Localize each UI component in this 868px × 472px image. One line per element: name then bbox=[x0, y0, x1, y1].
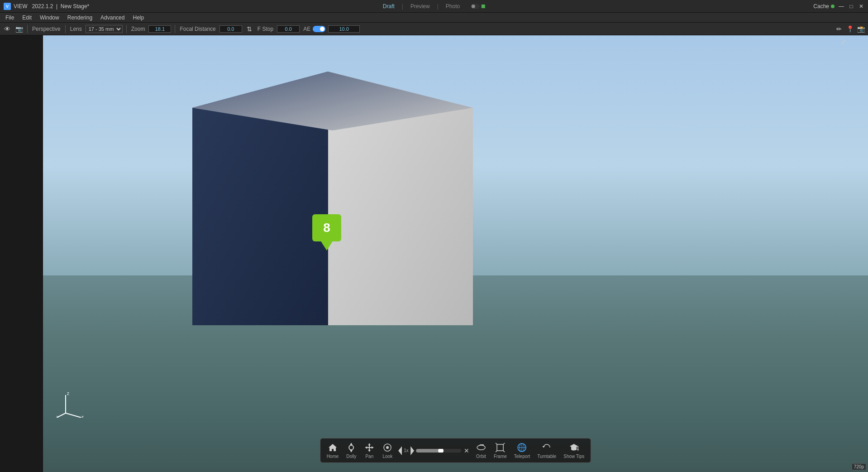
svg-point-22 bbox=[477, 445, 485, 450]
viewport[interactable]: 8 z x y H bbox=[43, 35, 868, 472]
svg-marker-21 bbox=[410, 446, 414, 455]
mode-preview[interactable]: Preview bbox=[410, 3, 430, 10]
nav-pan[interactable]: Pan bbox=[362, 441, 377, 460]
viewport-toolbar: 👁 📷 Perspective Lens 17 - 35 mm 24 mm 50… bbox=[0, 23, 868, 35]
app-stage: New Stage* bbox=[61, 3, 89, 10]
nav-orbit[interactable]: Orbit bbox=[474, 441, 488, 460]
camera-icon[interactable]: 📷 bbox=[14, 24, 24, 34]
3d-cube bbox=[192, 72, 473, 325]
fstop-input[interactable]: 0.0 bbox=[277, 25, 300, 33]
app-name: VIEW bbox=[14, 3, 28, 10]
left-panel bbox=[0, 35, 43, 472]
separator1 bbox=[27, 25, 28, 33]
menu-bar: File Edit Window Rendering Advanced Help bbox=[0, 13, 868, 23]
look-icon bbox=[382, 442, 393, 453]
turntable-label: Turntable bbox=[537, 454, 556, 459]
progress-bar[interactable] bbox=[416, 449, 461, 453]
mode-draft[interactable]: Draft bbox=[383, 3, 395, 10]
svg-line-27 bbox=[496, 451, 497, 452]
fstop-label: F Stop bbox=[257, 26, 274, 32]
nav-frame[interactable]: Frame bbox=[492, 441, 509, 460]
nav-dolly[interactable]: Dolly bbox=[344, 441, 358, 460]
svg-text:y: y bbox=[57, 414, 59, 418]
play-back-icon bbox=[398, 446, 402, 455]
title-center: Draft | Preview | Photo bbox=[383, 3, 485, 10]
close-icon[interactable]: ✕ bbox=[463, 446, 470, 455]
ae-switch[interactable] bbox=[313, 26, 325, 32]
orbit-label: Orbit bbox=[476, 454, 486, 459]
progress-dot bbox=[438, 449, 444, 453]
app-icon: V bbox=[4, 3, 11, 10]
lens-label: Lens bbox=[69, 26, 83, 32]
svg-rect-24 bbox=[497, 444, 503, 451]
svg-marker-33 bbox=[542, 446, 545, 448]
zoom-label: Zoom bbox=[130, 26, 146, 32]
teleport-icon bbox=[517, 442, 528, 453]
lens-select[interactable]: 17 - 35 mm 24 mm 50 mm bbox=[86, 25, 123, 33]
menu-help[interactable]: Help bbox=[129, 14, 148, 22]
close-button[interactable]: ✕ bbox=[858, 3, 864, 10]
menu-file[interactable]: File bbox=[2, 14, 18, 22]
viewport-header-right: ⤢ bbox=[836, 35, 851, 48]
mode-photo[interactable]: Photo bbox=[446, 3, 460, 10]
pan-label: Pan bbox=[365, 454, 373, 459]
zoom-input[interactable]: 18.1 bbox=[148, 25, 171, 33]
ae-value-input[interactable]: 10.0 bbox=[328, 25, 360, 33]
main-area: 8 z x y H bbox=[0, 35, 868, 472]
nav-home[interactable]: Home bbox=[325, 441, 341, 460]
pencil-icon[interactable]: ✏ bbox=[835, 24, 844, 34]
resolution-text: 720p bbox=[854, 464, 864, 469]
maximize-button[interactable]: □ bbox=[848, 3, 854, 10]
ae-label: AE bbox=[302, 26, 311, 32]
frame-label: Frame bbox=[494, 454, 507, 459]
svg-marker-10 bbox=[350, 443, 353, 445]
look-label: Look bbox=[382, 454, 392, 459]
separator2 bbox=[65, 25, 66, 33]
nav-look[interactable]: Look bbox=[380, 441, 395, 460]
menu-edit[interactable]: Edit bbox=[19, 14, 35, 22]
title-bar: V VIEW 2022.1.2 | New Stage* Draft | Pre… bbox=[0, 0, 868, 13]
nav-show-tips[interactable]: Show Tips bbox=[562, 441, 586, 460]
nav-bar: Home Dolly bbox=[320, 438, 591, 463]
svg-point-7 bbox=[349, 445, 353, 450]
svg-marker-20 bbox=[398, 446, 402, 455]
dolly-icon bbox=[346, 442, 357, 453]
svg-text:z: z bbox=[67, 391, 69, 396]
tooltip-number: 8 bbox=[323, 221, 330, 235]
camera2-icon[interactable]: 📸 bbox=[856, 24, 865, 34]
progress-area[interactable]: 1x ✕ bbox=[398, 446, 470, 455]
svg-marker-14 bbox=[368, 443, 371, 445]
expand-icon[interactable]: ⤢ bbox=[838, 36, 849, 47]
show-tips-icon bbox=[568, 442, 579, 453]
svg-line-28 bbox=[503, 451, 505, 452]
resolution-badge: 720p bbox=[852, 463, 866, 470]
orbit-icon bbox=[476, 442, 486, 453]
speed-label: 1x bbox=[404, 448, 409, 453]
frame-icon bbox=[495, 442, 506, 453]
teleport-label: Teleport bbox=[514, 454, 530, 459]
svg-point-19 bbox=[386, 446, 389, 449]
title-right: Cache — □ ✕ bbox=[813, 3, 864, 10]
home-icon bbox=[327, 442, 338, 453]
mode-separator1: | bbox=[402, 3, 403, 10]
minimize-button[interactable]: — bbox=[838, 3, 844, 10]
menu-rendering[interactable]: Rendering bbox=[64, 14, 96, 22]
svg-marker-6 bbox=[329, 444, 337, 451]
menu-window[interactable]: Window bbox=[36, 14, 63, 22]
cache-label: Cache bbox=[813, 3, 829, 10]
focal-arrows[interactable]: ⇅ bbox=[245, 24, 254, 34]
ae-toggle: AE bbox=[302, 26, 325, 32]
svg-marker-11 bbox=[350, 450, 353, 452]
nav-teleport[interactable]: Teleport bbox=[512, 441, 532, 460]
eye-icon[interactable]: 👁 bbox=[3, 24, 12, 34]
tooltip-bubble: 8 bbox=[312, 214, 341, 241]
home-label: Home bbox=[327, 454, 339, 459]
nav-turntable[interactable]: Turntable bbox=[535, 441, 558, 460]
mode-toggle[interactable] bbox=[471, 4, 480, 9]
title-text: VIEW 2022.1.2 | New Stage* bbox=[14, 3, 89, 10]
location-icon[interactable]: 📍 bbox=[845, 24, 854, 34]
focal-input[interactable]: 0.0 bbox=[219, 25, 242, 33]
focal-label: Focal Distance bbox=[179, 26, 216, 32]
svg-marker-17 bbox=[372, 446, 373, 449]
menu-advanced[interactable]: Advanced bbox=[97, 14, 128, 22]
